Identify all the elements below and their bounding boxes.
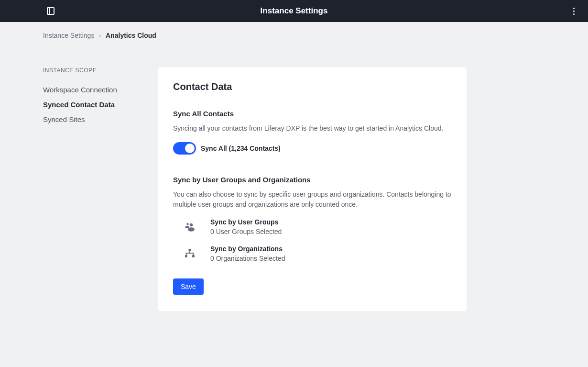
toggle-knob [185,144,195,153]
svg-point-3 [185,226,189,228]
sync-all-heading: Sync All Contacts [173,110,451,118]
sync-by-description: You can also choose to sync by specific … [173,189,451,210]
panel-icon [47,7,54,15]
sync-organizations-subtitle: 0 Organizations Selected [210,255,285,262]
sync-user-groups-subtitle: 0 User Groups Selected [210,228,282,235]
breadcrumb-parent[interactable]: Instance Settings [43,32,94,39]
breadcrumb-current: Analytics Cloud [106,32,156,39]
sync-all-toggle[interactable] [173,142,196,155]
svg-rect-9 [186,253,187,255]
sync-all-description: Syncing all your contacts from Liferay D… [173,123,451,133]
svg-rect-8 [186,253,194,254]
svg-rect-10 [193,253,194,255]
organization-icon [183,249,197,258]
sidebar-heading: INSTANCE SCOPE [43,67,139,74]
sidebar-item-synced-contact-data[interactable]: Synced Contact Data [43,97,139,112]
svg-point-0 [190,223,193,226]
more-menu-button[interactable] [567,4,580,18]
save-button[interactable]: Save [173,278,204,295]
svg-point-2 [186,223,188,225]
sync-by-user-groups[interactable]: Sync by User Groups 0 User Groups Select… [173,218,451,235]
sync-organizations-title: Sync by Organizations [210,245,285,253]
sync-by-heading: Sync by User Groups and Organizations [173,176,451,184]
card-title: Contact Data [173,81,451,92]
sync-by-organizations[interactable]: Sync by Organizations 0 Organizations Se… [173,245,451,262]
users-icon [183,222,197,232]
sync-user-groups-title: Sync by User Groups [210,218,282,226]
svg-rect-6 [192,255,195,257]
sidebar: INSTANCE SCOPE Workspace Connection Sync… [43,67,139,311]
svg-rect-4 [189,249,191,251]
page-title: Instance Settings [261,6,328,16]
sync-all-toggle-row: Sync All (1,234 Contacts) [173,142,451,155]
settings-card: Contact Data Sync All Contacts Syncing a… [158,67,467,311]
svg-point-1 [188,227,195,231]
app-header: Instance Settings [0,0,588,22]
sidebar-item-workspace-connection[interactable]: Workspace Connection [43,82,139,97]
kebab-icon [573,8,575,15]
sync-all-toggle-label: Sync All (1,234 Contacts) [201,145,281,152]
chevron-right-icon: › [99,33,101,38]
svg-rect-5 [185,255,187,257]
sidebar-item-synced-sites[interactable]: Synced Sites [43,112,139,127]
breadcrumb: Instance Settings › Analytics Cloud [43,22,545,42]
sidebar-toggle-button[interactable] [44,4,57,18]
